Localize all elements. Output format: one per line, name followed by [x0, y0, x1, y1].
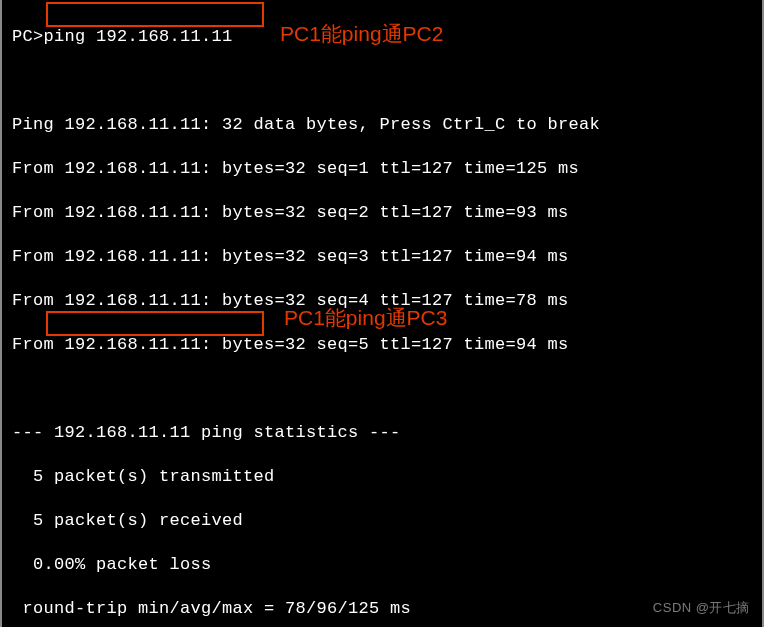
stats-header: --- 192.168.11.11 ping statistics ---	[12, 422, 760, 444]
terminal-window: PC>ping 192.168.11.11 Ping 192.168.11.11…	[0, 0, 764, 627]
ping-reply: From 192.168.11.11: bytes=32 seq=3 ttl=1…	[12, 246, 760, 268]
blank-line	[12, 378, 760, 400]
ping-reply: From 192.168.11.11: bytes=32 seq=1 ttl=1…	[12, 158, 760, 180]
ping-reply: From 192.168.11.11: bytes=32 seq=4 ttl=1…	[12, 290, 760, 312]
cmd-line-1: PC>ping 192.168.11.11	[12, 26, 760, 48]
stats-rx: 5 packet(s) received	[12, 510, 760, 532]
terminal-output[interactable]: PC>ping 192.168.11.11 Ping 192.168.11.11…	[4, 4, 760, 627]
ping-reply: From 192.168.11.11: bytes=32 seq=2 ttl=1…	[12, 202, 760, 224]
ping-header: Ping 192.168.11.11: 32 data bytes, Press…	[12, 114, 760, 136]
stats-tx: 5 packet(s) transmitted	[12, 466, 760, 488]
command-text: ping 192.168.11.11	[44, 27, 233, 46]
stats-loss: 0.00% packet loss	[12, 554, 760, 576]
prompt: PC>	[12, 27, 44, 46]
blank-line	[12, 70, 760, 92]
ping-reply: From 192.168.11.11: bytes=32 seq=5 ttl=1…	[12, 334, 760, 356]
stats-rtt: round-trip min/avg/max = 78/96/125 ms	[12, 598, 760, 620]
